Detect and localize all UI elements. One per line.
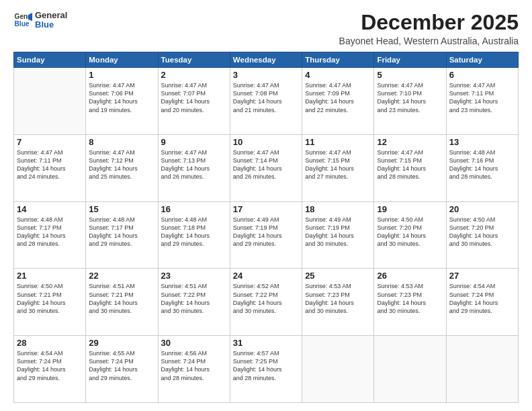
calendar-cell: 7Sunrise: 4:47 AM Sunset: 7:11 PM Daylig… [14, 134, 86, 201]
day-number: 30 [161, 338, 227, 348]
day-info: Sunrise: 4:47 AM Sunset: 7:09 PM Dayligh… [305, 81, 371, 114]
day-info: Sunrise: 4:50 AM Sunset: 7:20 PM Dayligh… [449, 216, 515, 248]
calendar-cell: 26Sunrise: 4:53 AM Sunset: 7:23 PM Dayli… [374, 269, 446, 336]
day-number: 20 [449, 204, 515, 214]
calendar-cell: 5Sunrise: 4:47 AM Sunset: 7:10 PM Daylig… [374, 68, 446, 135]
day-info: Sunrise: 4:48 AM Sunset: 7:16 PM Dayligh… [449, 148, 515, 181]
day-number: 9 [161, 137, 227, 147]
weekday-header: Tuesday [158, 52, 230, 68]
weekday-header: Thursday [302, 52, 374, 68]
calendar-cell: 15Sunrise: 4:48 AM Sunset: 7:17 PM Dayli… [86, 201, 158, 269]
day-info: Sunrise: 4:47 AM Sunset: 7:15 PM Dayligh… [305, 148, 371, 181]
day-number: 4 [305, 70, 371, 80]
calendar-cell: 18Sunrise: 4:49 AM Sunset: 7:19 PM Dayli… [302, 201, 374, 269]
calendar-cell [446, 336, 518, 403]
page: General Blue General Blue December 2025 … [0, 0, 532, 411]
calendar-cell: 21Sunrise: 4:50 AM Sunset: 7:21 PM Dayli… [14, 269, 86, 336]
day-number: 19 [377, 204, 443, 214]
weekday-header: Monday [86, 52, 158, 68]
calendar-cell: 10Sunrise: 4:47 AM Sunset: 7:14 PM Dayli… [230, 134, 302, 201]
day-number: 1 [89, 70, 154, 80]
day-number: 23 [161, 271, 227, 281]
day-number: 8 [89, 137, 154, 147]
calendar-cell: 2Sunrise: 4:47 AM Sunset: 7:07 PM Daylig… [158, 68, 230, 135]
calendar-week-row: 14Sunrise: 4:48 AM Sunset: 7:17 PM Dayli… [14, 201, 519, 269]
calendar-cell: 13Sunrise: 4:48 AM Sunset: 7:16 PM Dayli… [446, 134, 518, 201]
day-info: Sunrise: 4:48 AM Sunset: 7:18 PM Dayligh… [161, 216, 227, 248]
day-info: Sunrise: 4:50 AM Sunset: 7:20 PM Dayligh… [377, 216, 443, 248]
calendar-cell: 25Sunrise: 4:53 AM Sunset: 7:23 PM Dayli… [302, 269, 374, 336]
day-info: Sunrise: 4:47 AM Sunset: 7:08 PM Dayligh… [233, 81, 299, 114]
weekday-header: Saturday [446, 52, 518, 68]
day-number: 26 [377, 271, 443, 281]
calendar-cell: 19Sunrise: 4:50 AM Sunset: 7:20 PM Dayli… [374, 201, 446, 269]
calendar-week-row: 1Sunrise: 4:47 AM Sunset: 7:06 PM Daylig… [14, 68, 519, 135]
calendar-cell: 24Sunrise: 4:52 AM Sunset: 7:22 PM Dayli… [230, 269, 302, 336]
day-info: Sunrise: 4:51 AM Sunset: 7:21 PM Dayligh… [89, 282, 154, 315]
calendar-cell: 9Sunrise: 4:47 AM Sunset: 7:13 PM Daylig… [158, 134, 230, 201]
svg-text:Blue: Blue [15, 21, 30, 28]
logo-icon: General Blue [13, 11, 32, 30]
day-number: 18 [305, 204, 371, 214]
calendar-cell: 14Sunrise: 4:48 AM Sunset: 7:17 PM Dayli… [14, 201, 86, 269]
day-number: 22 [89, 271, 154, 281]
day-number: 13 [449, 137, 515, 147]
day-info: Sunrise: 4:49 AM Sunset: 7:19 PM Dayligh… [233, 216, 299, 248]
day-number: 11 [305, 137, 371, 147]
day-number: 27 [449, 271, 515, 281]
calendar-cell: 12Sunrise: 4:47 AM Sunset: 7:15 PM Dayli… [374, 134, 446, 201]
header: General Blue General Blue December 2025 … [13, 11, 519, 46]
day-number: 21 [17, 271, 83, 281]
day-info: Sunrise: 4:53 AM Sunset: 7:23 PM Dayligh… [305, 282, 371, 315]
calendar-week-row: 21Sunrise: 4:50 AM Sunset: 7:21 PM Dayli… [14, 269, 519, 336]
calendar-week-row: 7Sunrise: 4:47 AM Sunset: 7:11 PM Daylig… [14, 134, 519, 201]
calendar-cell: 29Sunrise: 4:55 AM Sunset: 7:24 PM Dayli… [86, 336, 158, 403]
day-info: Sunrise: 4:47 AM Sunset: 7:12 PM Dayligh… [89, 148, 154, 181]
logo-general: General [35, 11, 67, 20]
calendar-cell: 22Sunrise: 4:51 AM Sunset: 7:21 PM Dayli… [86, 269, 158, 336]
day-number: 28 [17, 338, 83, 348]
day-number: 24 [233, 271, 299, 281]
calendar-cell: 6Sunrise: 4:47 AM Sunset: 7:11 PM Daylig… [446, 68, 518, 135]
day-number: 5 [377, 70, 443, 80]
calendar-cell: 8Sunrise: 4:47 AM Sunset: 7:12 PM Daylig… [86, 134, 158, 201]
title-block: December 2025 Bayonet Head, Western Aust… [339, 11, 519, 46]
calendar-cell: 23Sunrise: 4:51 AM Sunset: 7:22 PM Dayli… [158, 269, 230, 336]
day-number: 12 [377, 137, 443, 147]
day-number: 10 [233, 137, 299, 147]
calendar-cell [374, 336, 446, 403]
calendar-cell: 31Sunrise: 4:57 AM Sunset: 7:25 PM Dayli… [230, 336, 302, 403]
day-info: Sunrise: 4:47 AM Sunset: 7:11 PM Dayligh… [17, 148, 83, 181]
day-number: 7 [17, 137, 83, 147]
calendar-cell: 16Sunrise: 4:48 AM Sunset: 7:18 PM Dayli… [158, 201, 230, 269]
day-number: 17 [233, 204, 299, 214]
day-info: Sunrise: 4:47 AM Sunset: 7:13 PM Dayligh… [161, 148, 227, 181]
day-info: Sunrise: 4:49 AM Sunset: 7:19 PM Dayligh… [305, 216, 371, 248]
day-info: Sunrise: 4:57 AM Sunset: 7:25 PM Dayligh… [233, 349, 299, 382]
logo: General Blue General Blue [13, 11, 67, 30]
weekday-header: Friday [374, 52, 446, 68]
calendar-cell: 30Sunrise: 4:56 AM Sunset: 7:24 PM Dayli… [158, 336, 230, 403]
calendar-cell [302, 336, 374, 403]
day-number: 15 [89, 204, 154, 214]
day-info: Sunrise: 4:48 AM Sunset: 7:17 PM Dayligh… [89, 216, 154, 248]
calendar-cell: 27Sunrise: 4:54 AM Sunset: 7:24 PM Dayli… [446, 269, 518, 336]
day-number: 16 [161, 204, 227, 214]
calendar-cell: 4Sunrise: 4:47 AM Sunset: 7:09 PM Daylig… [302, 68, 374, 135]
logo-blue: Blue [35, 20, 67, 30]
calendar-cell: 17Sunrise: 4:49 AM Sunset: 7:19 PM Dayli… [230, 201, 302, 269]
calendar-cell: 11Sunrise: 4:47 AM Sunset: 7:15 PM Dayli… [302, 134, 374, 201]
day-info: Sunrise: 4:47 AM Sunset: 7:07 PM Dayligh… [161, 81, 227, 114]
day-info: Sunrise: 4:53 AM Sunset: 7:23 PM Dayligh… [377, 282, 443, 315]
calendar-week-row: 28Sunrise: 4:54 AM Sunset: 7:24 PM Dayli… [14, 336, 519, 403]
day-number: 31 [233, 338, 299, 348]
day-info: Sunrise: 4:47 AM Sunset: 7:06 PM Dayligh… [89, 81, 154, 114]
day-info: Sunrise: 4:54 AM Sunset: 7:24 PM Dayligh… [17, 349, 83, 382]
day-info: Sunrise: 4:56 AM Sunset: 7:24 PM Dayligh… [161, 349, 227, 382]
day-info: Sunrise: 4:54 AM Sunset: 7:24 PM Dayligh… [449, 282, 515, 315]
weekday-header: Wednesday [230, 52, 302, 68]
calendar-body: 1Sunrise: 4:47 AM Sunset: 7:06 PM Daylig… [14, 68, 519, 403]
day-info: Sunrise: 4:48 AM Sunset: 7:17 PM Dayligh… [17, 216, 83, 248]
day-number: 25 [305, 271, 371, 281]
calendar-table: SundayMondayTuesdayWednesdayThursdayFrid… [13, 52, 519, 403]
